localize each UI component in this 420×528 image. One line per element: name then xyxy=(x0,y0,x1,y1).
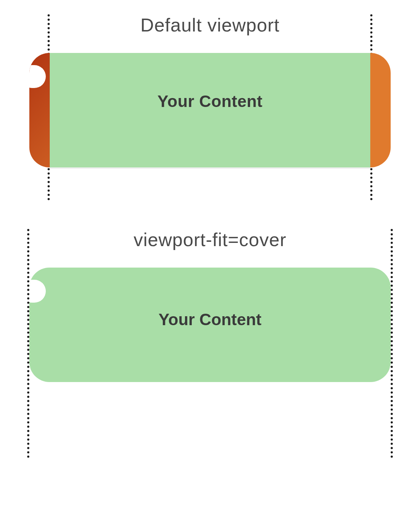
section-cover-title: viewport-fit=cover xyxy=(0,229,420,250)
device-notch-icon xyxy=(29,280,46,303)
device-edge-guide-right xyxy=(391,229,393,458)
device-notch-icon xyxy=(29,65,46,88)
section-default-viewport: Default viewport Your Content xyxy=(0,14,420,200)
section-default-title: Default viewport xyxy=(0,14,420,36)
section-viewport-fit-cover: viewport-fit=cover Your Content xyxy=(0,229,420,458)
content-region-default: Your Content xyxy=(50,53,370,167)
device-frame-cover: Your Content xyxy=(29,268,391,382)
content-label-cover: Your Content xyxy=(29,310,391,329)
content-label-default: Your Content xyxy=(157,92,263,111)
